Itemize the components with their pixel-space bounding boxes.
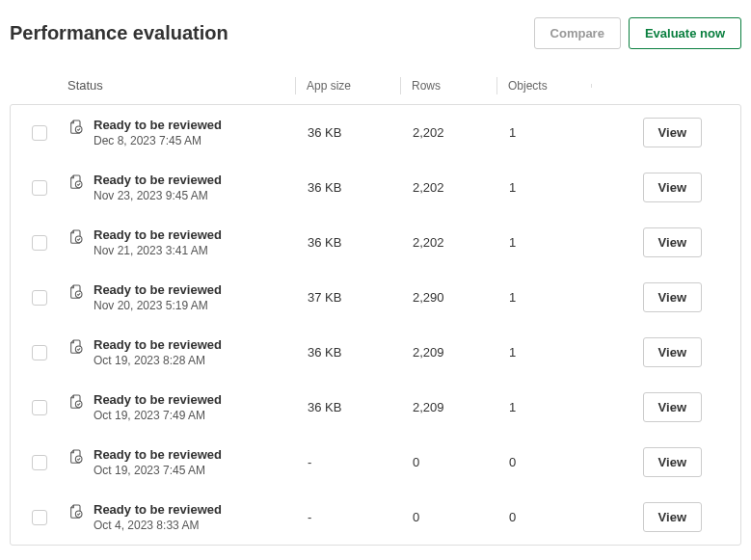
status-timestamp: Nov 23, 2023 9:45 AM [94,189,222,202]
objects-value: 0 [509,455,603,469]
status-cell: Ready to be reviewedOct 19, 2023 8:28 AM [68,337,308,367]
app-size-value: 36 KB [308,180,413,195]
status-cell: Ready to be reviewedOct 19, 2023 7:49 AM [68,392,308,422]
row-checkbox[interactable] [32,345,47,360]
view-button[interactable]: View [643,173,702,202]
objects-value: 1 [509,125,603,140]
status-label: Ready to be reviewed [94,173,222,187]
table-row: Ready to be reviewedOct 19, 2023 7:49 AM… [11,380,740,435]
row-checkbox[interactable] [32,235,47,251]
status-label: Ready to be reviewed [94,502,222,517]
column-header-status: Status [67,78,307,93]
status-timestamp: Oct 4, 2023 8:33 AM [94,519,222,532]
table-row: Ready to be reviewedOct 19, 2023 8:28 AM… [11,325,740,380]
app-size-value: 36 KB [308,125,413,140]
status-timestamp: Oct 19, 2023 7:45 AM [94,464,222,477]
view-button[interactable]: View [643,447,702,477]
app-size-value: 36 KB [308,345,413,360]
rows-value: 0 [413,455,509,469]
row-checkbox[interactable] [32,510,47,525]
status-cell: Ready to be reviewedOct 4, 2023 8:33 AM [68,502,308,532]
row-checkbox[interactable] [32,455,47,470]
page-title: Performance evaluation [10,22,228,44]
column-header-rows: Rows [412,79,508,93]
table-body: Ready to be reviewedDec 8, 2023 7:45 AM3… [10,104,741,546]
table-row: Ready to be reviewedNov 23, 2023 9:45 AM… [11,160,740,215]
status-timestamp: Nov 20, 2023 5:19 AM [94,299,222,312]
clipboard-check-icon [68,283,84,302]
status-timestamp: Oct 19, 2023 7:49 AM [94,409,222,422]
evaluation-table: Status App size Rows Objects Ready to be… [0,59,751,555]
objects-value: 0 [509,510,603,524]
table-row: Ready to be reviewedOct 4, 2023 8:33 AM-… [11,490,740,545]
clipboard-check-icon [68,503,84,521]
objects-value: 1 [509,180,603,195]
objects-value: 1 [509,235,603,250]
rows-value: 2,202 [413,235,509,250]
column-header-objects: Objects [508,79,603,93]
clipboard-check-icon [68,448,84,467]
app-size-value: - [308,510,413,524]
header-buttons: Compare Evaluate now [534,17,741,49]
compare-button[interactable]: Compare [534,17,621,49]
clipboard-check-icon [68,173,84,192]
status-timestamp: Dec 8, 2023 7:45 AM [94,134,222,147]
rows-value: 2,209 [413,400,509,414]
row-checkbox[interactable] [32,290,47,306]
status-label: Ready to be reviewed [94,392,222,407]
evaluate-now-button[interactable]: Evaluate now [629,17,741,49]
view-button[interactable]: View [643,337,702,367]
status-cell: Ready to be reviewedDec 8, 2023 7:45 AM [68,118,308,147]
clipboard-check-icon [68,393,84,412]
view-button[interactable]: View [643,282,702,312]
app-size-value: - [308,455,413,469]
status-label: Ready to be reviewed [94,227,222,242]
view-button[interactable]: View [643,502,702,532]
view-button[interactable]: View [643,118,702,147]
table-row: Ready to be reviewedDec 8, 2023 7:45 AM3… [11,105,740,160]
clipboard-check-icon [68,338,84,357]
app-size-value: 36 KB [308,235,413,250]
rows-value: 2,202 [413,180,509,195]
column-header-row: Status App size Rows Objects [10,59,741,104]
rows-value: 2,290 [413,290,509,305]
app-size-value: 36 KB [308,400,413,414]
objects-value: 1 [509,290,603,305]
clipboard-check-icon [68,119,84,137]
column-header-appsize: App size [307,79,412,93]
status-timestamp: Oct 19, 2023 8:28 AM [94,354,222,367]
table-row: Ready to be reviewedNov 20, 2023 5:19 AM… [11,270,740,325]
page-header: Performance evaluation Compare Evaluate … [0,0,751,59]
clipboard-check-icon [68,228,84,247]
rows-value: 2,209 [413,345,509,360]
status-label: Ready to be reviewed [94,337,222,352]
objects-value: 1 [509,400,603,414]
view-button[interactable]: View [643,392,702,422]
table-row: Ready to be reviewedNov 21, 2023 3:41 AM… [11,215,740,270]
status-timestamp: Nov 21, 2023 3:41 AM [94,244,222,257]
rows-value: 2,202 [413,125,509,140]
status-cell: Ready to be reviewedNov 20, 2023 5:19 AM [68,282,308,312]
view-button[interactable]: View [643,227,702,257]
status-label: Ready to be reviewed [94,447,222,462]
status-cell: Ready to be reviewedNov 23, 2023 9:45 AM [68,173,308,202]
status-label: Ready to be reviewed [94,118,222,132]
status-label: Ready to be reviewed [94,282,222,297]
objects-value: 1 [509,345,603,360]
row-checkbox[interactable] [32,400,47,415]
status-cell: Ready to be reviewedOct 19, 2023 7:45 AM [68,447,308,477]
app-size-value: 37 KB [308,290,413,305]
status-cell: Ready to be reviewedNov 21, 2023 3:41 AM [68,227,308,257]
table-row: Ready to be reviewedOct 19, 2023 7:45 AM… [11,435,740,490]
row-checkbox[interactable] [32,180,47,196]
rows-value: 0 [413,510,509,524]
row-checkbox[interactable] [32,125,47,141]
